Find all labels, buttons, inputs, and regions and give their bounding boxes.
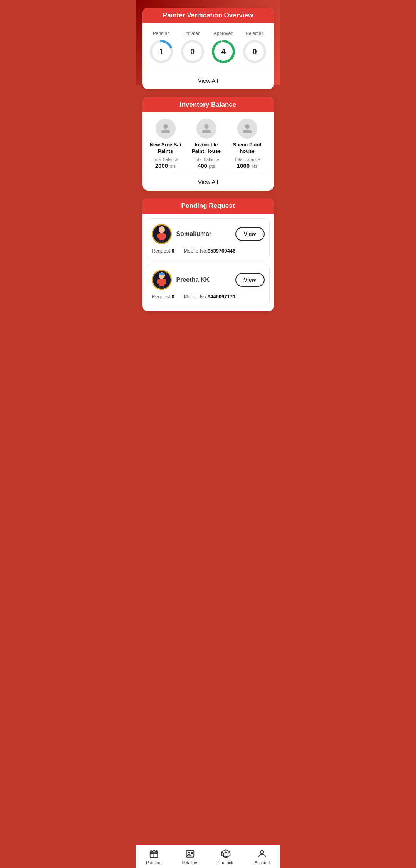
rejected-value: 0: [253, 47, 257, 56]
rejected-label: Rejected: [245, 31, 263, 36]
inventory-item-3: Ja... Tot 2: [271, 119, 274, 169]
initiated-value: 0: [190, 47, 195, 56]
rejected-donut: 0: [242, 39, 267, 64]
svg-rect-18: [159, 273, 164, 275]
verification-pending: Pending 1: [149, 31, 174, 64]
inventory-balance-label-1: Total Balance: [193, 157, 219, 162]
inventory-avatar-1: [196, 119, 216, 139]
svg-rect-14: [157, 279, 159, 284]
pending-details-0: Request:0 Mobile No:9539769446: [152, 248, 265, 254]
verification-card: Painter Verification Overview Pending 1 …: [142, 8, 274, 89]
pending-mobile-1: Mobile No:9446097171: [184, 294, 235, 299]
svg-rect-8: [157, 234, 159, 238]
pending-name-0: Somakumar: [176, 231, 231, 237]
painter-avatar-1: [152, 270, 172, 290]
pending-view-btn-1[interactable]: View: [235, 273, 265, 287]
pending-name-1: Preetha KK: [176, 276, 231, 283]
initiated-label: Initiated: [185, 31, 201, 36]
svg-rect-11: [162, 240, 164, 243]
inventory-item-1: Invincible Paint House Total Balance 400…: [189, 119, 224, 169]
svg-rect-15: [164, 279, 166, 284]
pending-list: Somakumar View Request:0 Mobile No:95397…: [142, 214, 274, 305]
inventory-item-0: New Sree Sai Paints Total Balance 2000 p…: [148, 119, 183, 169]
svg-point-12: [159, 272, 165, 279]
approved-label: Approved: [214, 31, 233, 36]
pending-mobile-0: Mobile No:9539769446: [184, 248, 235, 254]
pending-value: 1: [159, 47, 163, 56]
verification-header: Painter Verification Overview: [142, 8, 274, 23]
inventory-title: Inventory Balance: [180, 101, 236, 108]
inventory-avatar-2: [237, 119, 257, 139]
approved-value: 4: [221, 47, 226, 56]
pending-item-0-top: Somakumar View: [152, 224, 265, 244]
inventory-item-2: Shemi Paint house Total Balance 1000 pts: [230, 119, 265, 169]
pending-title: Pending Request: [181, 202, 235, 209]
pending-item-1-top: Preetha KK View: [152, 270, 265, 290]
svg-rect-16: [159, 286, 161, 289]
inventory-card: Inventory Balance New Sree Sai Paints To…: [142, 97, 274, 191]
svg-point-6: [159, 226, 165, 233]
inventory-pts-2: 1000 pts: [237, 162, 258, 169]
inventory-balance-label-2: Total Balance: [234, 157, 260, 162]
verification-initiated: Initiated 0: [180, 31, 205, 64]
approved-donut: 4: [211, 39, 236, 64]
painter-avatar-0: [152, 224, 172, 244]
pending-details-1: Request:0 Mobile No:9446097171: [152, 294, 265, 299]
verification-rejected: Rejected 0: [242, 31, 267, 64]
svg-rect-10: [159, 240, 161, 243]
verification-approved: Approved 4: [211, 31, 236, 64]
pending-header: Pending Request: [142, 198, 274, 214]
pending-view-btn-0[interactable]: View: [235, 227, 265, 241]
verification-grid: Pending 1 Initiated 0: [142, 23, 274, 68]
inventory-pts-0: 2000 pts: [155, 162, 176, 169]
initiated-donut: 0: [180, 39, 205, 64]
pending-label: Pending: [153, 31, 170, 36]
svg-rect-9: [164, 234, 166, 238]
inventory-name-0: New Sree Sai Paints: [148, 142, 183, 155]
inventory-name-2: Shemi Paint house: [230, 142, 265, 155]
pending-donut: 1: [149, 39, 174, 64]
verification-title: Painter Verification Overview: [163, 12, 253, 19]
inventory-scroll: New Sree Sai Paints Total Balance 2000 p…: [142, 112, 274, 169]
pending-item-1: Preetha KK View Request:0 Mobile No:9446…: [147, 264, 270, 305]
inventory-pts-1: 400 pts: [198, 162, 215, 169]
verification-view-all[interactable]: View All: [142, 72, 274, 89]
inventory-name-1: Invincible Paint House: [189, 142, 224, 155]
pending-item-0: Somakumar View Request:0 Mobile No:95397…: [147, 218, 270, 259]
inventory-avatar-0: [156, 119, 176, 139]
pending-request-0: Request:0: [152, 248, 174, 254]
svg-rect-17: [162, 286, 164, 289]
inventory-balance-label-0: Total Balance: [153, 157, 178, 162]
pending-request-1: Request:0: [152, 294, 174, 299]
inventory-view-all[interactable]: View All: [142, 173, 274, 191]
inventory-header: Inventory Balance: [142, 97, 274, 112]
pending-card: Pending Request So: [142, 198, 274, 311]
svg-rect-7: [159, 233, 165, 240]
svg-rect-13: [159, 279, 165, 286]
